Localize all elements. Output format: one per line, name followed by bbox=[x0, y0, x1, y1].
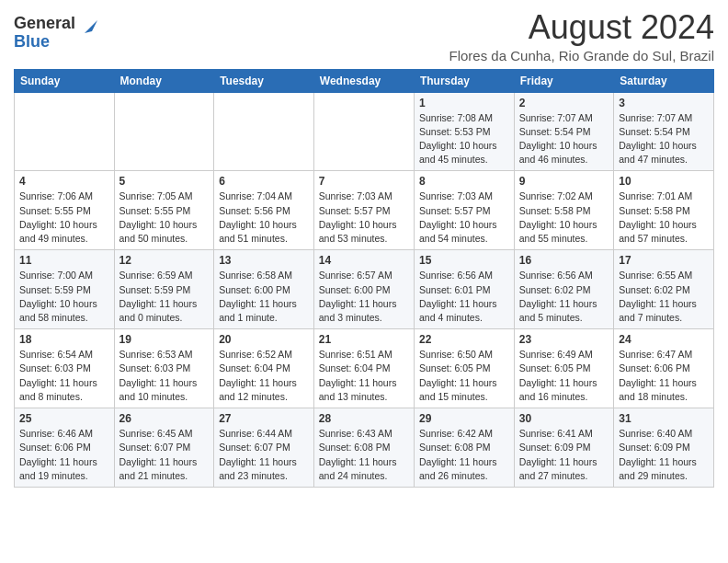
month-title: August 2024 bbox=[449, 9, 714, 46]
svg-marker-0 bbox=[85, 20, 97, 33]
day-number: 19 bbox=[119, 333, 210, 346]
weekday-header: Friday bbox=[514, 69, 613, 92]
day-info: Sunrise: 6:56 AMSunset: 6:02 PMDaylight:… bbox=[519, 269, 609, 325]
day-info: Sunrise: 6:44 AMSunset: 6:07 PMDaylight:… bbox=[219, 427, 309, 483]
calendar-cell: 18Sunrise: 6:54 AMSunset: 6:03 PMDayligh… bbox=[15, 329, 115, 408]
calendar-cell: 16Sunrise: 6:56 AMSunset: 6:02 PMDayligh… bbox=[514, 250, 613, 329]
calendar-cell bbox=[15, 92, 115, 171]
calendar-week-row: 1Sunrise: 7:08 AMSunset: 5:53 PMDaylight… bbox=[15, 92, 714, 171]
calendar-cell: 17Sunrise: 6:55 AMSunset: 6:02 PMDayligh… bbox=[614, 250, 714, 329]
calendar-cell: 20Sunrise: 6:52 AMSunset: 6:04 PMDayligh… bbox=[214, 329, 314, 408]
calendar-cell: 25Sunrise: 6:46 AMSunset: 6:06 PMDayligh… bbox=[15, 408, 115, 488]
weekday-header: Monday bbox=[114, 69, 214, 92]
calendar-cell bbox=[313, 92, 414, 171]
logo-bird-icon bbox=[77, 17, 97, 37]
day-number: 18 bbox=[19, 333, 109, 346]
weekday-header: Wednesday bbox=[313, 69, 414, 92]
day-info: Sunrise: 6:42 AMSunset: 6:08 PMDaylight:… bbox=[419, 427, 509, 483]
page-header: General Blue August 2024 Flores da Cunha… bbox=[14, 9, 714, 63]
day-info: Sunrise: 6:43 AMSunset: 6:08 PMDaylight:… bbox=[319, 427, 409, 483]
day-info: Sunrise: 6:45 AMSunset: 6:07 PMDaylight:… bbox=[119, 427, 210, 483]
day-info: Sunrise: 6:41 AMSunset: 6:09 PMDaylight:… bbox=[519, 427, 609, 483]
calendar-cell: 24Sunrise: 6:47 AMSunset: 6:06 PMDayligh… bbox=[614, 329, 714, 408]
logo-blue-text: Blue bbox=[14, 33, 75, 52]
calendar-week-row: 4Sunrise: 7:06 AMSunset: 5:55 PMDaylight… bbox=[15, 171, 714, 250]
day-info: Sunrise: 7:08 AMSunset: 5:53 PMDaylight:… bbox=[419, 111, 509, 167]
day-number: 10 bbox=[619, 175, 709, 188]
day-info: Sunrise: 7:04 AMSunset: 5:56 PMDaylight:… bbox=[219, 190, 309, 246]
day-number: 3 bbox=[619, 97, 709, 109]
day-number: 16 bbox=[519, 254, 609, 267]
title-area: August 2024 Flores da Cunha, Rio Grande … bbox=[449, 9, 714, 63]
day-info: Sunrise: 6:57 AMSunset: 6:00 PMDaylight:… bbox=[319, 269, 409, 325]
day-number: 14 bbox=[319, 254, 409, 267]
day-info: Sunrise: 6:56 AMSunset: 6:01 PMDaylight:… bbox=[419, 269, 509, 325]
day-info: Sunrise: 6:52 AMSunset: 6:04 PMDaylight:… bbox=[219, 348, 309, 404]
calendar-cell: 4Sunrise: 7:06 AMSunset: 5:55 PMDaylight… bbox=[15, 171, 115, 250]
day-number: 24 bbox=[619, 333, 709, 346]
day-info: Sunrise: 6:50 AMSunset: 6:05 PMDaylight:… bbox=[419, 348, 509, 404]
day-info: Sunrise: 6:49 AMSunset: 6:05 PMDaylight:… bbox=[519, 348, 609, 404]
calendar-cell: 29Sunrise: 6:42 AMSunset: 6:08 PMDayligh… bbox=[414, 408, 514, 488]
day-number: 27 bbox=[219, 412, 309, 425]
day-number: 5 bbox=[119, 175, 210, 188]
calendar-cell: 27Sunrise: 6:44 AMSunset: 6:07 PMDayligh… bbox=[214, 408, 314, 488]
location-subtitle: Flores da Cunha, Rio Grande do Sul, Braz… bbox=[449, 48, 714, 63]
day-info: Sunrise: 6:55 AMSunset: 6:02 PMDaylight:… bbox=[619, 269, 709, 325]
day-info: Sunrise: 6:51 AMSunset: 6:04 PMDaylight:… bbox=[319, 348, 409, 404]
calendar-cell: 11Sunrise: 7:00 AMSunset: 5:59 PMDayligh… bbox=[15, 250, 115, 329]
day-number: 12 bbox=[119, 254, 210, 267]
calendar-cell: 14Sunrise: 6:57 AMSunset: 6:00 PMDayligh… bbox=[313, 250, 414, 329]
day-info: Sunrise: 7:05 AMSunset: 5:55 PMDaylight:… bbox=[119, 190, 210, 246]
calendar-cell: 30Sunrise: 6:41 AMSunset: 6:09 PMDayligh… bbox=[514, 408, 613, 488]
day-info: Sunrise: 7:03 AMSunset: 5:57 PMDaylight:… bbox=[319, 190, 409, 246]
day-number: 23 bbox=[519, 333, 609, 346]
calendar-cell: 26Sunrise: 6:45 AMSunset: 6:07 PMDayligh… bbox=[114, 408, 214, 488]
day-number: 21 bbox=[319, 333, 409, 346]
day-info: Sunrise: 6:46 AMSunset: 6:06 PMDaylight:… bbox=[19, 427, 109, 483]
day-info: Sunrise: 7:06 AMSunset: 5:55 PMDaylight:… bbox=[19, 190, 109, 246]
day-info: Sunrise: 7:07 AMSunset: 5:54 PMDaylight:… bbox=[619, 111, 709, 167]
calendar-cell: 7Sunrise: 7:03 AMSunset: 5:57 PMDaylight… bbox=[313, 171, 414, 250]
day-number: 7 bbox=[319, 175, 409, 188]
day-number: 28 bbox=[319, 412, 409, 425]
logo: General Blue bbox=[14, 9, 97, 52]
day-info: Sunrise: 7:01 AMSunset: 5:58 PMDaylight:… bbox=[619, 190, 709, 246]
day-info: Sunrise: 7:03 AMSunset: 5:57 PMDaylight:… bbox=[419, 190, 509, 246]
day-info: Sunrise: 6:53 AMSunset: 6:03 PMDaylight:… bbox=[119, 348, 210, 404]
calendar-cell: 12Sunrise: 6:59 AMSunset: 5:59 PMDayligh… bbox=[114, 250, 214, 329]
calendar-cell: 6Sunrise: 7:04 AMSunset: 5:56 PMDaylight… bbox=[214, 171, 314, 250]
day-number: 31 bbox=[619, 412, 709, 425]
day-info: Sunrise: 6:54 AMSunset: 6:03 PMDaylight:… bbox=[19, 348, 109, 404]
day-number: 26 bbox=[119, 412, 210, 425]
calendar-cell: 13Sunrise: 6:58 AMSunset: 6:00 PMDayligh… bbox=[214, 250, 314, 329]
day-number: 25 bbox=[19, 412, 109, 425]
calendar-cell: 23Sunrise: 6:49 AMSunset: 6:05 PMDayligh… bbox=[514, 329, 613, 408]
weekday-header: Sunday bbox=[15, 69, 115, 92]
day-number: 11 bbox=[19, 254, 109, 267]
day-number: 22 bbox=[419, 333, 509, 346]
calendar-week-row: 25Sunrise: 6:46 AMSunset: 6:06 PMDayligh… bbox=[15, 408, 714, 488]
day-number: 29 bbox=[419, 412, 509, 425]
day-number: 8 bbox=[419, 175, 509, 188]
calendar-cell: 3Sunrise: 7:07 AMSunset: 5:54 PMDaylight… bbox=[614, 92, 714, 171]
day-number: 6 bbox=[219, 175, 309, 188]
day-number: 13 bbox=[219, 254, 309, 267]
weekday-header: Saturday bbox=[614, 69, 714, 92]
calendar-cell: 22Sunrise: 6:50 AMSunset: 6:05 PMDayligh… bbox=[414, 329, 514, 408]
day-info: Sunrise: 6:59 AMSunset: 5:59 PMDaylight:… bbox=[119, 269, 210, 325]
day-number: 30 bbox=[519, 412, 609, 425]
day-info: Sunrise: 6:58 AMSunset: 6:00 PMDaylight:… bbox=[219, 269, 309, 325]
day-number: 9 bbox=[519, 175, 609, 188]
calendar-cell: 15Sunrise: 6:56 AMSunset: 6:01 PMDayligh… bbox=[414, 250, 514, 329]
calendar-cell: 31Sunrise: 6:40 AMSunset: 6:09 PMDayligh… bbox=[614, 408, 714, 488]
calendar-cell: 2Sunrise: 7:07 AMSunset: 5:54 PMDaylight… bbox=[514, 92, 613, 171]
calendar-week-row: 11Sunrise: 7:00 AMSunset: 5:59 PMDayligh… bbox=[15, 250, 714, 329]
weekday-header: Tuesday bbox=[214, 69, 314, 92]
weekday-header: Thursday bbox=[414, 69, 514, 92]
calendar-cell: 8Sunrise: 7:03 AMSunset: 5:57 PMDaylight… bbox=[414, 171, 514, 250]
day-number: 17 bbox=[619, 254, 709, 267]
day-info: Sunrise: 7:02 AMSunset: 5:58 PMDaylight:… bbox=[519, 190, 609, 246]
calendar-cell bbox=[114, 92, 214, 171]
calendar-cell: 10Sunrise: 7:01 AMSunset: 5:58 PMDayligh… bbox=[614, 171, 714, 250]
